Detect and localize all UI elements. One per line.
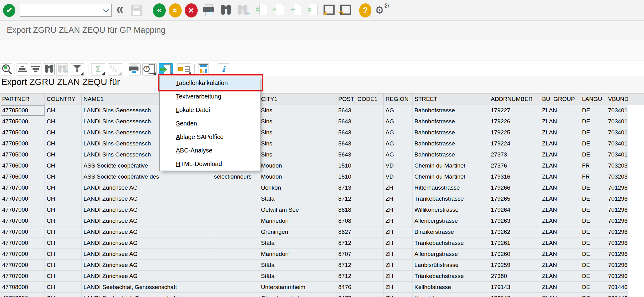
cell-country[interactable]: CH bbox=[45, 193, 82, 204]
cell-post_code1[interactable]: 8477 bbox=[336, 293, 384, 297]
cell-city1[interactable]: Stäfa bbox=[259, 193, 336, 204]
cell-post_code1[interactable]: 8712 bbox=[336, 271, 384, 282]
cell-name2[interactable] bbox=[212, 282, 259, 293]
cell-post_code1[interactable]: 5643 bbox=[336, 138, 384, 149]
cell-street[interactable]: Kellhofstrasse bbox=[413, 282, 489, 293]
cell-name2[interactable] bbox=[212, 182, 259, 193]
cell-vbund[interactable]: 703401 bbox=[606, 149, 628, 160]
cell-country[interactable]: CH bbox=[45, 249, 82, 260]
cell-city1[interactable]: Moudon bbox=[259, 171, 336, 182]
cell-post_code1[interactable]: 5643 bbox=[336, 149, 384, 160]
cell-bu_group[interactable]: ZLAN bbox=[540, 116, 580, 127]
cell-addrnumber[interactable]: 179316 bbox=[489, 171, 540, 182]
cell-name1[interactable]: LANDI Zürichsee AG bbox=[82, 215, 212, 226]
cell-street[interactable]: Tränkebachstrasse bbox=[413, 193, 489, 204]
cell-bu_group[interactable]: ZLAN bbox=[540, 160, 580, 171]
column-header-region[interactable]: REGION bbox=[384, 94, 413, 105]
cell-name2[interactable]: sélectionneurs bbox=[212, 171, 259, 182]
cell-street[interactable]: Allenbergstrasse bbox=[413, 215, 489, 226]
cell-partner[interactable]: 47707000 bbox=[0, 249, 45, 260]
cell-name2[interactable] bbox=[212, 215, 259, 226]
new-session-button[interactable]: ★ bbox=[324, 5, 335, 16]
cell-langu[interactable]: FR bbox=[580, 171, 606, 182]
cell-vbund[interactable]: 701296 bbox=[606, 260, 628, 271]
export-button[interactable] bbox=[159, 63, 173, 75]
cell-vbund[interactable]: 701296 bbox=[606, 204, 628, 215]
find-button-alv[interactable] bbox=[43, 63, 55, 75]
cell-langu[interactable]: DE bbox=[580, 293, 606, 297]
cell-bu_group[interactable]: ZLAN bbox=[540, 138, 580, 149]
cell-partner[interactable]: 47707000 bbox=[0, 182, 45, 193]
cell-partner[interactable]: 47707000 bbox=[0, 237, 45, 249]
cell-post_code1[interactable]: 8712 bbox=[336, 260, 384, 271]
cell-bu_group[interactable]: ZLAN bbox=[540, 260, 580, 271]
menu-item[interactable]: Textverarbeitung bbox=[160, 90, 260, 103]
collapse-toolbar-button[interactable]: « bbox=[116, 1, 122, 17]
find-button[interactable] bbox=[220, 5, 232, 16]
cell-country[interactable]: CH bbox=[45, 204, 82, 215]
cell-vbund[interactable]: 701296 bbox=[606, 182, 628, 193]
cell-post_code1[interactable]: 1510 bbox=[336, 171, 384, 182]
cell-region[interactable]: ZH bbox=[384, 204, 413, 215]
cell-post_code1[interactable]: 1510 bbox=[336, 160, 384, 171]
cell-name2[interactable] bbox=[212, 237, 259, 249]
cell-name1[interactable]: LANDI Zürichsee AG bbox=[82, 204, 212, 215]
cell-city1[interactable]: Sins bbox=[259, 105, 336, 116]
cell-region[interactable]: VD bbox=[384, 171, 413, 182]
cell-country[interactable]: CH bbox=[45, 182, 82, 193]
total-button[interactable]: Σ bbox=[91, 63, 105, 75]
cell-addrnumber[interactable]: 27376 bbox=[489, 160, 540, 171]
cell-post_code1[interactable]: 8712 bbox=[336, 193, 384, 204]
cell-country[interactable]: CH bbox=[45, 293, 82, 297]
exit-button[interactable]: « bbox=[169, 3, 182, 17]
cell-langu[interactable]: DE bbox=[580, 105, 606, 116]
cell-langu[interactable]: DE bbox=[580, 116, 606, 127]
cell-langu[interactable]: DE bbox=[580, 127, 606, 138]
cell-vbund[interactable]: 703401 bbox=[606, 127, 628, 138]
cell-street[interactable]: Bahnhofstrasse bbox=[413, 127, 489, 138]
cell-country[interactable]: CH bbox=[45, 171, 82, 182]
cell-country[interactable]: CH bbox=[45, 116, 82, 127]
cell-post_code1[interactable]: 8712 bbox=[336, 237, 384, 249]
cell-bu_group[interactable]: ZLAN bbox=[540, 127, 580, 138]
cell-post_code1[interactable]: 8627 bbox=[336, 226, 384, 237]
cell-vbund[interactable]: 701296 bbox=[606, 271, 628, 282]
cell-partner[interactable]: 47705000 bbox=[0, 138, 45, 149]
cell-name2[interactable] bbox=[212, 204, 259, 215]
cell-region[interactable]: ZH bbox=[384, 282, 413, 293]
cell-vbund[interactable]: 701446 bbox=[606, 293, 628, 297]
cell-city1[interactable]: Uerikon bbox=[259, 182, 336, 193]
cell-street[interactable]: Binzikerstrasse bbox=[413, 226, 489, 237]
cell-addrnumber[interactable]: 179143 bbox=[489, 282, 540, 293]
cell-country[interactable]: CH bbox=[45, 127, 82, 138]
cell-city1[interactable]: Unterstammheim bbox=[259, 282, 336, 293]
cell-vbund[interactable]: 701296 bbox=[606, 237, 628, 249]
cell-country[interactable]: CH bbox=[45, 271, 82, 282]
cell-partner[interactable]: 47707000 bbox=[0, 215, 45, 226]
sort-descending-button[interactable] bbox=[30, 63, 41, 75]
cell-bu_group[interactable]: ZLAN bbox=[540, 226, 580, 237]
cell-city1[interactable]: Sins bbox=[259, 149, 336, 160]
cell-langu[interactable]: DE bbox=[580, 249, 606, 260]
cell-city1[interactable]: Sins bbox=[259, 138, 336, 149]
cell-name2[interactable] bbox=[212, 249, 259, 260]
cell-name2[interactable] bbox=[212, 260, 259, 271]
column-header-bu_group[interactable]: BU_GROUP bbox=[540, 94, 580, 105]
cell-country[interactable]: CH bbox=[45, 138, 82, 149]
cell-post_code1[interactable]: 8618 bbox=[336, 204, 384, 215]
cell-vbund[interactable]: 703203 bbox=[606, 160, 628, 171]
cell-street[interactable]: Hauptstrasse bbox=[413, 293, 489, 297]
cell-city1[interactable]: Grüningen bbox=[259, 226, 336, 237]
column-header-city1[interactable]: CITY1 bbox=[259, 94, 336, 105]
cell-langu[interactable]: DE bbox=[580, 260, 606, 271]
cell-vbund[interactable]: 701296 bbox=[606, 193, 628, 204]
cell-street[interactable]: Bahnhofstrasse bbox=[413, 105, 489, 116]
menu-item[interactable]: HTML-Download bbox=[160, 157, 260, 171]
column-header-street[interactable]: STREET bbox=[413, 94, 489, 105]
cell-langu[interactable]: DE bbox=[580, 138, 606, 149]
cell-region[interactable]: ZH bbox=[384, 215, 413, 226]
cell-partner[interactable]: 47707000 bbox=[0, 260, 45, 271]
cell-region[interactable]: ZH bbox=[384, 293, 413, 297]
cell-country[interactable]: CH bbox=[45, 260, 82, 271]
cell-partner[interactable]: 47705000 bbox=[0, 105, 45, 116]
